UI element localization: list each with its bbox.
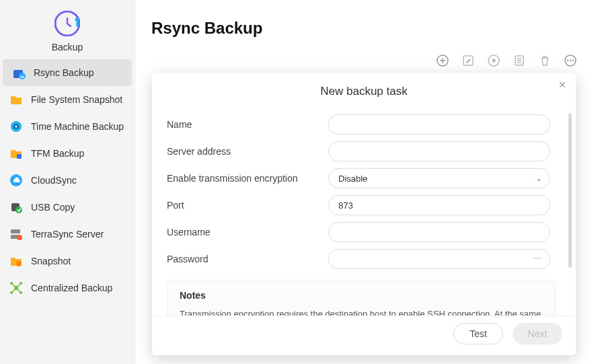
next-button[interactable]: Next <box>513 323 562 344</box>
username-label: Username <box>167 227 328 238</box>
notes-text: Transmission encryption requires the des… <box>180 307 543 316</box>
time-machine-icon <box>9 120 23 133</box>
tfm-icon <box>9 147 23 160</box>
delete-icon[interactable] <box>538 54 552 67</box>
name-label: Name <box>167 119 328 130</box>
notes-title: Notes <box>180 290 543 301</box>
sidebar-item-label: CloudSync <box>31 175 77 186</box>
port-label: Port <box>167 200 328 211</box>
brand: Backup <box>0 0 135 59</box>
svg-rect-11 <box>11 229 20 233</box>
toolbar <box>436 54 577 67</box>
password-label: Password <box>167 254 328 264</box>
show-password-icon[interactable]: 〰 <box>533 254 542 264</box>
centralized-icon <box>9 281 23 295</box>
sidebar-item-cloudsync[interactable]: CloudSync <box>0 167 135 194</box>
snapshot-folder-icon <box>9 93 23 106</box>
sidebar-item-label: Rsync Backup <box>34 67 94 78</box>
server-address-input[interactable] <box>328 141 550 161</box>
port-input[interactable] <box>328 195 550 215</box>
list-icon[interactable] <box>513 54 526 67</box>
run-icon[interactable] <box>487 54 500 67</box>
sidebar-item-label: Centralized Backup <box>31 283 112 293</box>
svg-point-14 <box>16 261 22 266</box>
svg-rect-7 <box>17 154 22 159</box>
svg-point-3 <box>19 73 26 79</box>
sidebar-item-time-machine-backup[interactable]: Time Machine Backup <box>0 113 135 140</box>
sidebar-item-label: Snapshot <box>31 256 71 266</box>
sidebar-item-file-system-snapshot[interactable]: File System Snapshot <box>0 86 135 113</box>
sidebar-item-label: TFM Backup <box>31 148 84 159</box>
sidebar-item-centralized-backup[interactable]: Centralized Backup <box>0 275 135 301</box>
svg-point-6 <box>15 126 17 128</box>
encryption-select[interactable] <box>328 168 550 188</box>
server-address-label: Server address <box>167 146 328 157</box>
sidebar-item-terrasync-server[interactable]: TerraSync Server <box>0 221 135 248</box>
svg-point-26 <box>567 60 568 61</box>
sidebar-item-snapshot[interactable]: Snapshot <box>0 248 135 275</box>
sidebar-item-usb-copy[interactable]: USB Copy <box>0 194 135 221</box>
encryption-label: Enable transmission encryption <box>167 173 328 184</box>
dialog-title: New backup task <box>152 85 576 98</box>
username-input[interactable] <box>328 222 550 242</box>
name-input[interactable] <box>328 114 550 135</box>
sidebar-item-label: USB Copy <box>31 202 75 213</box>
cloudsync-icon <box>9 174 23 187</box>
usb-copy-icon <box>9 201 23 214</box>
edit-icon[interactable] <box>461 54 475 67</box>
test-button[interactable]: Test <box>453 323 503 344</box>
close-icon[interactable]: ✕ <box>558 79 566 90</box>
notes-box: Notes Transmission encryption requires t… <box>167 280 556 316</box>
svg-point-27 <box>570 60 571 61</box>
more-icon[interactable] <box>564 54 577 67</box>
sidebar-item-rsync-backup[interactable]: Rsync Backup <box>3 59 132 86</box>
sidebar-nav: Rsync Backup File System Snapshot Time M… <box>0 59 135 301</box>
page-title: Rsync Backup <box>151 19 596 38</box>
rsync-icon <box>12 66 26 79</box>
svg-point-28 <box>572 60 574 61</box>
sidebar-item-label: File System Snapshot <box>31 94 122 105</box>
sidebar-item-label: TerraSync Server <box>31 229 104 240</box>
svg-point-13 <box>17 235 22 240</box>
sidebar: Backup Rsync Backup File System Snapshot… <box>0 0 135 364</box>
svg-point-10 <box>15 207 22 213</box>
sidebar-item-label: Time Machine Backup <box>31 121 124 132</box>
password-input[interactable] <box>328 249 550 269</box>
brand-icon <box>54 11 80 36</box>
snapshot-icon <box>9 254 23 268</box>
scrollbar[interactable] <box>568 113 572 268</box>
brand-label: Backup <box>52 42 83 52</box>
terrasync-icon <box>9 227 23 241</box>
svg-marker-23 <box>492 58 496 63</box>
add-icon[interactable] <box>436 54 449 67</box>
new-backup-task-dialog: New backup task ✕ Name Server address En… <box>152 73 576 355</box>
sidebar-item-tfm-backup[interactable]: TFM Backup <box>0 140 135 167</box>
